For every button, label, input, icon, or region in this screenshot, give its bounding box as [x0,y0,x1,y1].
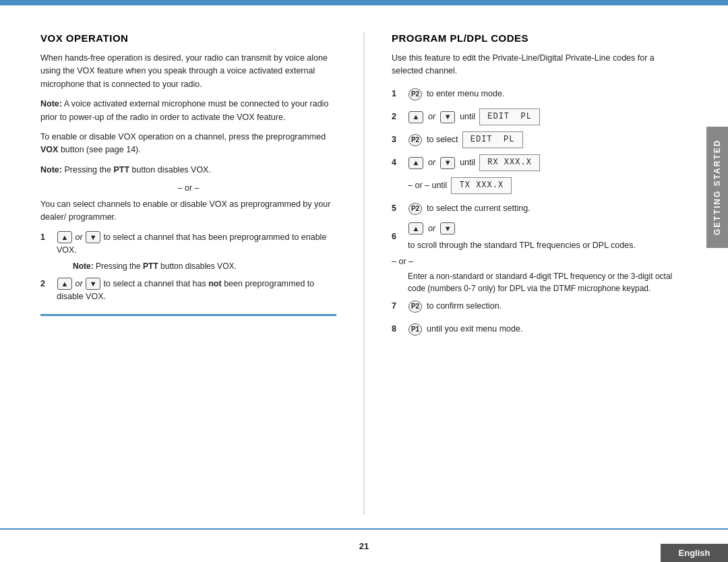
right-num-6: 6 [392,230,404,243]
vox-note2-text: Pressing the [64,165,111,175]
right-text-5: to select the current setting. [427,202,530,215]
p2-btn-7: P2 [408,301,422,313]
vox-note2: Note: Pressing the PTT button disables V… [40,164,336,177]
sub-note-label-1: Note: [73,261,96,271]
or-separator-1: – or – [40,183,336,193]
up-btn-r4: ▲ [408,157,423,169]
sub-note-bold-1: PTT [143,261,158,271]
vox-note2-label: Note: [40,165,62,175]
or-text-1: or [75,232,85,242]
right-text-8: until you exit menu mode. [427,323,522,336]
p1-btn-8: P1 [408,323,422,336]
sub-note-text-1: Pressing the [96,261,143,271]
list-sub-note-1: Note: Pressing the PTT button disables V… [73,260,336,272]
main-content: VOX OPERATION When hands-free operation … [0,5,728,528]
right-num-2: 2 [392,111,404,123]
right-list: 1 P2 to enter menu mode. 2 ▲ or ▼ until … [392,85,688,253]
list-item: 1 ▲ or ▼ to select a channel that has be… [40,231,336,272]
program-heading: PROGRAM PL/DPL CODES [392,32,688,44]
vox-note1: Note: A voice activated external microph… [40,98,336,124]
down-btn-r6: ▼ [440,222,455,235]
lcd-4b: TX XXX.X [451,177,512,194]
right-list-item-6: 6 ▲ or ▼ to scroll through the standard … [392,222,688,253]
right-text-1: to enter menu mode. [427,88,504,100]
or-text-2: or [75,279,85,288]
right-content-6: ▲ or ▼ to scroll through the standard TP… [408,222,688,253]
sub-note-end-1: button disables VOX. [160,261,237,271]
vox-note2-end: button disables VOX. [132,165,211,175]
vox-para1: When hands-free operation is desired, yo… [40,52,336,91]
right-num-3: 3 [392,133,404,146]
or-r6: or [428,222,435,235]
or-r2: or [428,111,435,123]
page-container: VOX OPERATION When hands-free operation … [0,0,728,562]
up-btn-1: ▲ [57,231,72,243]
right-list-end: 7 P2 to confirm selection. 8 P1 until yo… [392,297,688,339]
vox-para2-text: To enable or disable VOX operation on a … [40,132,326,142]
right-content-4: ▲ or ▼ until RX XXX.X [408,154,688,171]
list-item: 2 ▲ or ▼ to select a channel that has no… [40,278,336,304]
vox-para2-end: button (see page 14). [61,145,141,154]
right-list-item-8: 8 P1 until you exit menu mode. [392,320,688,339]
right-list-item-1: 1 P2 to enter menu mode. [392,85,688,104]
right-column: PROGRAM PL/DPL CODES Use this feature to… [392,32,688,515]
right-text-7: to confirm selection. [427,300,502,313]
vox-note1-label: Note: [40,99,62,108]
right-num-7: 7 [392,300,404,313]
vox-note2-bold: PTT [113,165,129,175]
right-content-8: P1 until you exit menu mode. [408,323,688,336]
down-btn-1: ▼ [86,231,100,243]
or-r4: or [428,156,435,169]
vox-bold: VOX [40,145,58,154]
down-btn-r2: ▼ [440,111,455,123]
right-content-4b: – or – until TX XXX.X [408,177,688,194]
left-bottom-accent [40,314,336,316]
right-list-item-7: 7 P2 to confirm selection. [392,297,688,316]
right-text-6: to scroll through the standard TPL frequ… [408,239,636,252]
up-btn-r2: ▲ [408,111,423,123]
right-num-4: 4 [392,156,404,169]
right-list-item-4: 4 ▲ or ▼ until RX XXX.X [392,154,688,173]
right-text-3: to select [427,133,458,146]
page-number: 21 [0,541,728,551]
extra-para: Enter a non-standard or standard 4-digit… [408,270,688,294]
program-para1: Use this feature to edit the Private-Lin… [392,52,688,78]
or-sub: – or – until [408,179,447,192]
right-content-7: P2 to confirm selection. [408,300,688,313]
right-list-item-2: 2 ▲ or ▼ until EDIT PL [392,108,688,127]
bottom-area: 21 English [0,528,728,562]
left-column: VOX OPERATION When hands-free operation … [40,32,336,515]
vox-list: 1 ▲ or ▼ to select a channel that has be… [40,231,336,304]
vox-para2: To enable or disable VOX operation on a … [40,131,336,157]
vox-note1-text: A voice activated external microphone mu… [40,99,328,121]
p2-btn-3: P2 [408,134,422,146]
up-btn-r6: ▲ [408,222,423,235]
right-list-item-5: 5 P2 to select the current setting. [392,199,688,218]
down-icon-1: ▼ [85,232,103,242]
right-num-8: 8 [392,323,404,336]
up-btn-2: ▲ [57,278,72,290]
lcd-2: EDIT PL [479,108,540,125]
english-badge: English [661,544,728,562]
getting-started-sidebar: GETTING STARTED [706,127,728,248]
down-btn-r4: ▼ [440,157,455,169]
p2-btn-5: P2 [408,203,422,215]
list-content-2: ▲ or ▼ to select a channel that has not … [57,278,336,304]
right-content-1: P2 to enter menu mode. [408,88,688,100]
right-num-4b [392,179,404,192]
right-list-item-4b: – or – until TX XXX.X [392,177,688,195]
list-content-1: ▲ or ▼ to select a channel that has been… [57,231,336,272]
down-btn-2: ▼ [86,278,100,290]
right-num-5: 5 [392,202,404,215]
right-text-4: until [460,156,475,169]
up-icon-1: ▲ [57,232,75,242]
or-middle: – or – [392,257,688,266]
right-content-5: P2 to select the current setting. [408,202,688,215]
column-divider [363,32,365,515]
list-num-1: 1 [40,231,53,244]
right-text-2: until [460,111,475,123]
lcd-4: RX XXX.X [479,154,540,171]
top-bar [0,0,728,5]
right-list-item-3: 3 P2 to select EDIT PL [392,131,688,150]
right-content-2: ▲ or ▼ until EDIT PL [408,108,688,125]
